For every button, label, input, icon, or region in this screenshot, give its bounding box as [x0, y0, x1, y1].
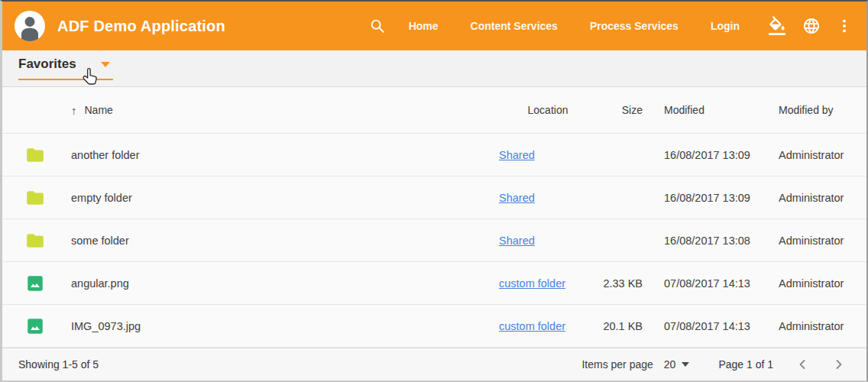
app-header: ADF Demo Application Home Content Servic… — [2, 2, 866, 50]
person-icon — [15, 11, 45, 41]
cell-modified-by: Administrator — [779, 235, 866, 247]
items-per-page-select[interactable]: 20 — [664, 358, 690, 371]
row-type-icon-cell — [2, 188, 51, 208]
column-header-size[interactable]: Size — [597, 104, 664, 116]
chevron-right-icon — [831, 357, 847, 372]
cell-name: some folder — [51, 235, 499, 247]
chevron-left-icon — [795, 357, 810, 372]
folder-icon — [25, 188, 45, 208]
table-row[interactable]: IMG_0973.jpg custom folder 20.1 KB 07/08… — [2, 305, 866, 348]
cell-modified: 16/08/2017 13:09 — [664, 192, 779, 204]
row-type-icon-cell — [2, 316, 51, 336]
table-row[interactable]: empty folder Shared 16/08/2017 13:09 Adm… — [2, 176, 866, 219]
cell-location-link[interactable]: Shared — [499, 235, 535, 247]
app-window: ADF Demo Application Home Content Servic… — [0, 0, 868, 382]
cell-size: 20.1 KB — [597, 320, 664, 332]
cell-name: IMG_0973.jpg — [51, 320, 499, 332]
theme-color-button[interactable] — [767, 16, 787, 36]
table-row[interactable]: some folder Shared 16/08/2017 13:08 Admi… — [2, 219, 866, 262]
items-per-page-label: Items per page — [581, 358, 653, 371]
pagination-bar: Showing 1-5 of 5 Items per page 20 Page … — [2, 348, 866, 380]
cell-location: Shared — [499, 235, 597, 247]
cell-size: 2.33 KB — [597, 277, 664, 290]
view-title: Favorites — [18, 57, 76, 72]
image-file-icon — [25, 274, 45, 293]
table-row[interactable]: another folder Shared 16/08/2017 13:09 A… — [2, 134, 866, 176]
cell-modified: 16/08/2017 13:08 — [664, 235, 779, 247]
row-type-icon-cell — [2, 274, 51, 293]
cell-modified: 07/08/2017 14:13 — [664, 320, 779, 332]
table-header-row: ↑ Name Location Size Modified Modified b… — [2, 87, 866, 134]
cell-location-link[interactable]: Shared — [499, 149, 535, 161]
cell-modified-by: Administrator — [779, 149, 866, 161]
cell-name: empty folder — [51, 192, 499, 204]
table-body: another folder Shared 16/08/2017 13:09 A… — [2, 134, 866, 348]
showing-count: Showing 1-5 of 5 — [18, 358, 99, 371]
favorites-dropdown[interactable]: Favorites — [18, 57, 113, 80]
nav-item-process-services[interactable]: Process Services — [590, 20, 679, 32]
more-menu-button[interactable] — [836, 18, 853, 34]
cell-location: Shared — [499, 149, 597, 161]
cell-modified: 07/08/2017 14:13 — [664, 277, 779, 290]
nav-item-content-services[interactable]: Content Services — [471, 20, 558, 32]
view-toolbar: Favorites — [2, 50, 866, 87]
folder-icon — [25, 145, 45, 165]
cell-location-link[interactable]: custom folder — [499, 277, 565, 290]
sort-ascending-arrow-icon: ↑ — [71, 104, 77, 117]
row-type-icon-cell — [2, 145, 51, 165]
cell-location: Shared — [499, 192, 597, 204]
column-header-modified[interactable]: Modified — [664, 104, 779, 116]
cell-modified-by: Administrator — [779, 192, 866, 204]
cell-location: custom folder — [499, 277, 597, 290]
globe-icon — [802, 17, 821, 35]
cell-name: another folder — [51, 149, 499, 161]
documents-table: ↑ Name Location Size Modified Modified b… — [2, 87, 866, 348]
folder-icon — [25, 231, 45, 251]
more-vert-icon — [836, 18, 853, 34]
dropdown-triangle-icon — [101, 62, 110, 67]
language-button[interactable] — [802, 17, 821, 35]
table-row[interactable]: angular.png custom folder 2.33 KB 07/08/… — [2, 262, 866, 305]
cell-name: angular.png — [51, 277, 499, 290]
previous-page-button[interactable] — [795, 357, 810, 372]
cell-modified-by: Administrator — [779, 320, 866, 332]
next-page-button[interactable] — [831, 357, 847, 372]
page-indicator: Page 1 of 1 — [718, 358, 773, 371]
header-icon-group — [767, 16, 853, 36]
nav-item-login[interactable]: Login — [711, 20, 740, 32]
column-header-name[interactable]: ↑ Name — [51, 104, 499, 117]
cell-location-link[interactable]: Shared — [499, 192, 535, 204]
column-header-modified-by[interactable]: Modified by — [779, 104, 866, 116]
cell-modified: 16/08/2017 13:09 — [664, 149, 779, 161]
items-per-page-dropdown-icon — [682, 362, 689, 367]
cell-location-link[interactable]: custom folder — [499, 320, 565, 332]
row-type-icon-cell — [2, 231, 51, 251]
user-avatar[interactable] — [15, 11, 45, 41]
paint-bucket-icon — [767, 16, 787, 36]
column-header-location[interactable]: Location — [499, 104, 597, 116]
search-icon — [369, 18, 386, 34]
image-file-icon — [25, 316, 45, 336]
cell-modified-by: Administrator — [779, 277, 866, 290]
app-title: ADF Demo Application — [57, 18, 225, 35]
main-nav: Home Content Services Process Services L… — [409, 20, 740, 32]
cell-location: custom folder — [499, 320, 597, 332]
search-button[interactable] — [369, 18, 386, 34]
items-per-page-value: 20 — [664, 358, 676, 371]
nav-item-home[interactable]: Home — [409, 20, 439, 32]
